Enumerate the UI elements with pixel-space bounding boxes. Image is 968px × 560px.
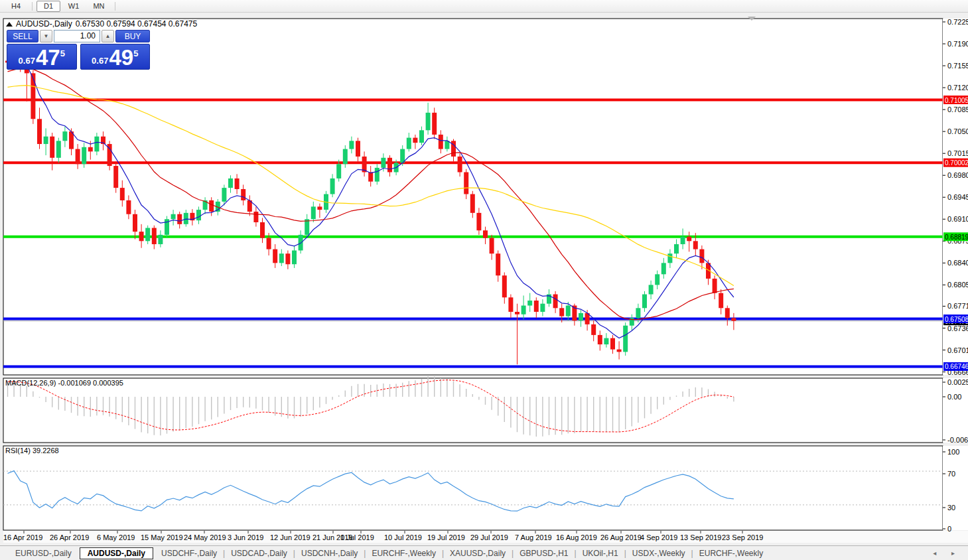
timeframe-toolbar: H4D1W1MN (0, 0, 968, 13)
candle-body (432, 113, 437, 135)
tab-usdcnh-daily[interactable]: USDCNH-,Daily (295, 548, 364, 559)
tab-eurchf-weekly[interactable]: EURCHF-,Weekly (693, 548, 769, 559)
rsi-pane (3, 446, 943, 530)
candle-body (649, 285, 654, 294)
candle-body (731, 318, 736, 320)
svg-text:70: 70 (947, 470, 955, 478)
tab-usdchf-daily[interactable]: USDCHF-,Daily (155, 548, 223, 559)
buy-price-prefix: 0.67 (92, 56, 108, 66)
tab-usdx-weekly[interactable]: USDX-,Weekly (626, 548, 691, 559)
date-label: 16 Apr 2019 (3, 533, 42, 541)
candle-body (343, 149, 348, 165)
candle-body (177, 214, 182, 224)
tab-ukoil-h1[interactable]: UKOil-,H1 (577, 548, 624, 559)
volume-increase-button[interactable]: ▲ (102, 30, 114, 42)
tab-usdcad-daily[interactable]: USDCAD-,Daily (225, 548, 293, 559)
svg-text:0.69450: 0.69450 (947, 193, 968, 201)
candle-body (515, 312, 519, 315)
timeframe-button-w1[interactable]: W1 (62, 1, 86, 12)
timeframe-button-d1[interactable]: D1 (36, 1, 60, 12)
candle-body (381, 158, 385, 168)
tab-scroll-arrows[interactable]: ◂ ▸ (933, 549, 961, 557)
candle-body (636, 308, 640, 318)
candle-body (241, 189, 245, 200)
volume-input[interactable]: 1.00 (54, 30, 100, 42)
candle-body (527, 301, 532, 306)
tab-gbpusd-h1[interactable]: GBPUSD-,H1 (514, 548, 574, 559)
candle-body (674, 244, 679, 253)
svg-text:0.71005: 0.71005 (945, 97, 968, 104)
candle-body (356, 141, 360, 157)
candle-body (719, 293, 723, 309)
svg-text:-0.006326: -0.006326 (947, 436, 968, 444)
candle-body (273, 249, 277, 263)
candle-body (235, 178, 240, 189)
candle-body (400, 149, 405, 163)
ohlc-readout: 0.67530 0.67594 0.67454 0.67475 (76, 19, 198, 29)
buy-price-big: 49 (109, 48, 133, 68)
candle-body (120, 188, 125, 200)
date-label: 4 Sep 2019 (640, 533, 677, 541)
candle-body (139, 232, 144, 241)
candle-body (50, 137, 54, 158)
tab-audusd-daily[interactable]: AUDUSD-,Daily (80, 547, 153, 559)
candle-body (610, 338, 615, 350)
svg-text:30: 30 (947, 504, 955, 512)
svg-text:0.71900: 0.71900 (947, 40, 968, 48)
date-label: 10 Jul 2019 (384, 533, 422, 541)
macd-pane-axis-bg (943, 378, 968, 443)
candle-body (699, 249, 704, 263)
timeframe-button-mn[interactable]: MN (87, 1, 111, 12)
sell-button[interactable]: SELL (7, 30, 38, 42)
svg-text:0.68050: 0.68050 (947, 281, 968, 289)
svg-text:0.68819: 0.68819 (945, 234, 968, 241)
candle-body (209, 200, 214, 212)
buy-price-box[interactable]: 0.67 49 5 (80, 44, 151, 70)
candle-body (62, 131, 67, 141)
candle-body (496, 253, 500, 275)
candle-body (133, 214, 137, 232)
svg-text:0.69100: 0.69100 (947, 215, 968, 223)
date-label: 1 Jul 2019 (340, 533, 374, 541)
candle-body (667, 253, 672, 263)
date-label: 16 Aug 2019 (556, 533, 597, 541)
candle-body (292, 250, 297, 264)
candle-body (661, 263, 666, 274)
trading-terminal: { "toolbar":{"buttons":[{"label":"H4","a… (0, 0, 968, 560)
chart-canvas[interactable]: 0.722500.719000.715500.712000.708500.705… (0, 0, 968, 560)
sell-price-box[interactable]: 0.67 47 5 (7, 44, 77, 70)
svg-text:0.71200: 0.71200 (947, 84, 968, 92)
macd-label: MACD(12,26,9) -0.001069 0.000395 (5, 379, 123, 387)
buy-button[interactable]: BUY (115, 30, 150, 42)
candle-body (330, 178, 335, 194)
svg-text:0: 0 (947, 525, 951, 533)
candle-body (559, 308, 564, 316)
sell-price-big: 47 (36, 48, 60, 68)
svg-text:0.71550: 0.71550 (947, 62, 968, 70)
toolbar-separator (115, 2, 115, 11)
date-label: 7 Aug 2019 (515, 533, 552, 541)
candle-body (604, 338, 608, 344)
svg-text:0.70500: 0.70500 (947, 127, 968, 135)
candle-body (196, 210, 201, 220)
candle-body (483, 230, 488, 238)
expand-arrow-icon[interactable] (6, 22, 13, 27)
candle-body (725, 308, 730, 318)
date-label: 19 Jul 2019 (427, 533, 465, 541)
tab-xauusd-daily[interactable]: XAUUSD-,Daily (444, 548, 512, 559)
sell-price-prefix: 0.67 (19, 56, 35, 66)
candle-body (490, 238, 494, 254)
candle-body (349, 141, 354, 149)
candle-body (419, 130, 424, 143)
svg-text:0.67710: 0.67710 (947, 302, 968, 310)
candle-body (336, 164, 341, 178)
candle-body (623, 326, 628, 352)
candle-body (260, 222, 265, 238)
buy-price-sup: 5 (133, 48, 138, 58)
timeframe-button-h4[interactable]: H4 (4, 1, 28, 12)
candle-body (299, 235, 303, 251)
volume-decrease-button[interactable]: ▼ (40, 30, 52, 42)
symbol-title: AUDUSD-,Daily (16, 19, 72, 29)
tab-eurchf-weekly[interactable]: EURCHF-,Weekly (366, 548, 441, 559)
tab-eurusd-daily[interactable]: EURUSD-,Daily (9, 548, 78, 559)
